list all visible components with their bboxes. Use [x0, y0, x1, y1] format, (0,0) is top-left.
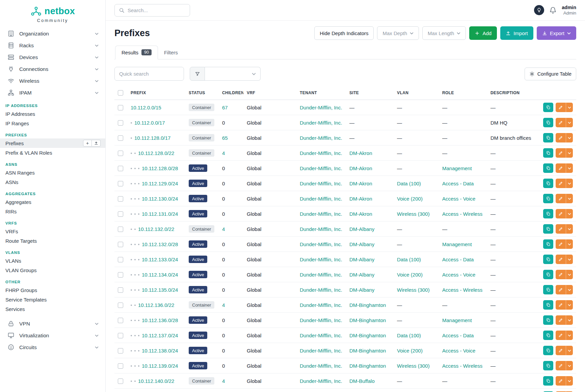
- tenant-link[interactable]: Dunder-Mifflin, Inc.: [300, 120, 342, 126]
- edit-dropdown-button[interactable]: [566, 315, 573, 325]
- role-link[interactable]: Access - Voice: [442, 272, 475, 278]
- site-link[interactable]: DM-Akron: [349, 196, 372, 202]
- vlan-link[interactable]: Data (100): [397, 333, 421, 338]
- vlan-link[interactable]: Wireless (300): [397, 363, 430, 369]
- add-button[interactable]: Add: [469, 26, 497, 40]
- prefix-link[interactable]: 10.112.133.0/24: [142, 257, 178, 262]
- site-link[interactable]: DM-Binghamton: [349, 302, 386, 308]
- tab-filters[interactable]: Filters: [158, 46, 184, 59]
- quick-import-button[interactable]: [92, 140, 101, 147]
- edit-dropdown-button[interactable]: [566, 209, 573, 218]
- vlan-link[interactable]: Data (100): [397, 181, 421, 186]
- sidebar-item-prefixes[interactable]: Prefixes+: [0, 138, 105, 148]
- row-checkbox[interactable]: [118, 227, 123, 232]
- children-count-link[interactable]: 67: [222, 105, 228, 110]
- tenant-link[interactable]: Dunder-Mifflin, Inc.: [300, 272, 342, 278]
- sidebar-item-asns[interactable]: ASNs: [0, 177, 105, 187]
- children-count-link[interactable]: 4: [222, 378, 225, 384]
- edit-button[interactable]: [556, 239, 566, 249]
- prefix-link[interactable]: 10.112.137.0/24: [142, 333, 178, 338]
- sidebar-item-services[interactable]: Services: [0, 304, 105, 314]
- edit-dropdown-button[interactable]: [566, 103, 573, 112]
- role-link[interactable]: Access - Data: [442, 181, 474, 186]
- prefix-link[interactable]: 10.112.131.0/24: [142, 211, 178, 217]
- clone-button[interactable]: [543, 331, 553, 340]
- row-checkbox[interactable]: [118, 151, 123, 156]
- quick-add-button[interactable]: +: [83, 140, 92, 147]
- prefix-link[interactable]: 10.112.140.0/22: [138, 378, 174, 384]
- row-checkbox[interactable]: [118, 303, 123, 308]
- role-link[interactable]: Access - Data: [442, 257, 474, 262]
- edit-button[interactable]: [556, 376, 566, 386]
- edit-button[interactable]: [556, 285, 566, 294]
- tenant-link[interactable]: Dunder-Mifflin, Inc.: [300, 226, 342, 232]
- edit-button[interactable]: [556, 331, 566, 340]
- edit-button[interactable]: [556, 179, 566, 188]
- tenant-link[interactable]: Dunder-Mifflin, Inc.: [300, 333, 342, 338]
- column-header-description[interactable]: DESCRIPTION: [487, 87, 535, 100]
- max-length-dropdown[interactable]: Max Length: [422, 26, 466, 40]
- edit-dropdown-button[interactable]: [566, 270, 573, 279]
- sidebar-item-prefix-vlan-roles[interactable]: Prefix & VLAN Roles: [0, 148, 105, 157]
- edit-dropdown-button[interactable]: [566, 331, 573, 340]
- edit-dropdown-button[interactable]: [566, 376, 573, 386]
- sidebar-item-ip-ranges[interactable]: IP Ranges: [0, 119, 105, 128]
- prefix-link[interactable]: 10.112.0.0/17: [134, 120, 165, 126]
- clone-button[interactable]: [543, 255, 553, 264]
- tenant-link[interactable]: Dunder-Mifflin, Inc.: [300, 363, 342, 369]
- import-button[interactable]: Import: [500, 26, 533, 40]
- column-header-children[interactable]: CHILDREN: [219, 87, 243, 100]
- site-link[interactable]: DM-Albany: [349, 272, 374, 278]
- hide-depth-indicators-button[interactable]: Hide Depth Indicators: [314, 26, 374, 40]
- column-header-prefix[interactable]: PREFIX: [127, 87, 185, 100]
- tenant-link[interactable]: Dunder-Mifflin, Inc.: [300, 348, 342, 354]
- prefix-link[interactable]: 10.112.139.0/24: [142, 363, 178, 369]
- edit-dropdown-button[interactable]: [566, 118, 573, 127]
- edit-dropdown-button[interactable]: [566, 285, 573, 294]
- clone-button[interactable]: [543, 133, 553, 142]
- clone-button[interactable]: [543, 376, 553, 386]
- clone-button[interactable]: [543, 194, 553, 203]
- tenant-link[interactable]: Dunder-Mifflin, Inc.: [300, 150, 342, 156]
- prefix-link[interactable]: 10.112.138.0/24: [142, 348, 178, 354]
- edit-button[interactable]: [556, 209, 566, 218]
- sidebar-item-asn-ranges[interactable]: ASN Ranges: [0, 168, 105, 177]
- site-link[interactable]: DM-Buffalo: [349, 378, 375, 384]
- column-header-vlan[interactable]: VLAN: [394, 87, 439, 100]
- tenant-link[interactable]: Dunder-Mifflin, Inc.: [300, 181, 342, 186]
- row-checkbox[interactable]: [118, 333, 123, 338]
- site-link[interactable]: DM-Albany: [349, 241, 374, 247]
- role-link[interactable]: Management: [442, 241, 472, 247]
- row-checkbox[interactable]: [118, 135, 123, 141]
- clone-button[interactable]: [543, 315, 553, 325]
- sidebar-item-vlan-groups[interactable]: VLAN Groups: [0, 265, 105, 275]
- prefix-link[interactable]: 10.112.0.0/15: [131, 105, 161, 110]
- role-link[interactable]: Access - Voice: [442, 196, 475, 202]
- clone-button[interactable]: [543, 163, 553, 173]
- site-link[interactable]: DM-Binghamton: [349, 363, 386, 369]
- children-count-link[interactable]: 4: [222, 150, 225, 156]
- row-checkbox[interactable]: [118, 166, 123, 171]
- edit-button[interactable]: [556, 255, 566, 264]
- tenant-link[interactable]: Dunder-Mifflin, Inc.: [300, 302, 342, 308]
- sidebar-item-vrfs[interactable]: VRFs: [0, 227, 105, 236]
- site-link[interactable]: DM-Akron: [349, 150, 372, 156]
- column-header-status[interactable]: STATUS: [185, 87, 219, 100]
- sidebar-item-service-templates[interactable]: Service Templates: [0, 295, 105, 304]
- row-checkbox[interactable]: [118, 378, 123, 384]
- tab-results[interactable]: Results 90: [115, 46, 158, 59]
- user-menu[interactable]: admin Admin: [562, 4, 576, 16]
- prefix-link[interactable]: 10.112.132.0/22: [138, 226, 174, 232]
- edit-dropdown-button[interactable]: [566, 361, 573, 370]
- prefix-link[interactable]: 10.112.128.0/22: [138, 150, 174, 156]
- sidebar-item-connections[interactable]: Connections: [0, 63, 105, 75]
- edit-button[interactable]: [556, 315, 566, 325]
- edit-button[interactable]: [556, 163, 566, 173]
- prefix-link[interactable]: 10.112.134.0/24: [142, 272, 178, 278]
- edit-button[interactable]: [556, 148, 566, 158]
- clone-button[interactable]: [543, 148, 553, 158]
- sidebar-item-vpn[interactable]: VPN: [0, 318, 105, 330]
- role-link[interactable]: Access - Wireless: [442, 211, 482, 217]
- row-checkbox[interactable]: [118, 211, 123, 217]
- children-count-link[interactable]: 4: [222, 302, 225, 308]
